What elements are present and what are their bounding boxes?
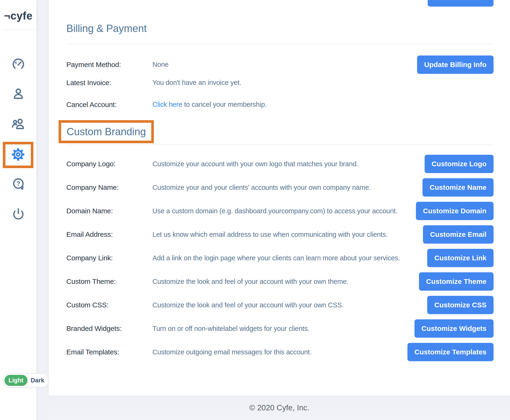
company-link-label: Company Link: (66, 254, 152, 262)
sidebar-divider (2, 30, 35, 30)
cancel-account-text: to cancel your membership. (182, 101, 267, 108)
cancel-account-label: Cancel Account: (66, 101, 152, 109)
theme-toggle: Light Dark (3, 373, 49, 388)
domain-name-label: Domain Name: (66, 207, 152, 215)
cancel-account-value: Click here to cancel your membership. (152, 101, 494, 108)
sidebar-item-profile[interactable] (0, 87, 37, 102)
custom-css-description: Customize the look and feel of your acco… (152, 301, 427, 309)
company-name-description: Customize your and your clients' account… (152, 184, 422, 191)
email-templates-description: Customize outgoing email messages for th… (152, 348, 407, 356)
branded-widgets-description: Turn on or off non-whitelabel widgets fo… (152, 325, 414, 332)
latest-invoice-value: You don't have an invoice yet. (152, 79, 494, 87)
customize-email-button[interactable]: Customize Email (423, 225, 494, 244)
billing-divider (66, 44, 494, 44)
settings-page: ¬cyfe (0, 0, 510, 420)
customize-templates-button[interactable]: Customize Templates (407, 343, 494, 361)
company-name-label: Company Name: (66, 183, 152, 191)
settings-highlight-box[interactable] (3, 142, 33, 168)
settings-card: Billing & Payment Payment Method: None U… (49, 0, 510, 396)
theme-toggle-dark[interactable]: Dark (28, 375, 48, 386)
payment-method-row: Payment Method: None Update Billing Info (66, 55, 494, 74)
domain-name-row: Domain Name: Use a custom domain (e.g. d… (66, 199, 494, 223)
custom-theme-description: Customize the look and feel of your acco… (152, 278, 419, 285)
domain-name-description: Use a custom domain (e.g. dashboard.your… (152, 207, 416, 215)
dashboard-gauge-icon (12, 57, 25, 72)
custom-css-label: Custom CSS: (66, 301, 152, 309)
customize-name-button[interactable]: Customize Name (422, 178, 494, 197)
copyright-text: © 2020 Cyfe, Inc. (249, 403, 309, 412)
payment-method-value: None (152, 61, 417, 68)
power-icon (12, 207, 25, 222)
custom-branding-highlight-box: Custom Branding (59, 120, 154, 143)
company-name-row: Company Name: Customize your and your cl… (66, 176, 494, 199)
users-icon (11, 117, 25, 132)
email-address-row: Email Address: Let us know which email a… (66, 223, 494, 246)
update-billing-info-button[interactable]: Update Billing Info (417, 55, 494, 74)
company-logo-label: Company Logo: (66, 160, 152, 168)
latest-invoice-row: Latest Invoice: You don't have an invoic… (66, 74, 494, 92)
branded-widgets-row: Branded Widgets: Turn on or off non-whit… (66, 317, 494, 340)
custom-theme-row: Custom Theme: Customize the look and fee… (66, 270, 494, 293)
custom-css-row: Custom CSS: Customize the look and feel … (66, 293, 494, 317)
cyfe-logo: ¬cyfe (0, 9, 37, 22)
company-link-row: Company Link: Add a link on the login pa… (66, 246, 494, 270)
branding-divider (66, 145, 494, 145)
sidebar-item-help[interactable]: ? (0, 177, 37, 192)
custom-theme-label: Custom Theme: (66, 278, 152, 285)
cancel-account-row: Cancel Account: Click here to cancel you… (66, 96, 494, 113)
user-icon (12, 87, 25, 102)
sidebar-item-clients[interactable] (0, 117, 37, 132)
customize-theme-button[interactable]: Customize Theme (419, 272, 494, 291)
cancel-membership-link[interactable]: Click here (152, 101, 182, 108)
footer: © 2020 Cyfe, Inc. (49, 396, 510, 420)
customize-logo-button[interactable]: Customize Logo (425, 155, 494, 173)
latest-invoice-label: Latest Invoice: (66, 79, 152, 87)
sidebar-item-dashboards[interactable] (0, 57, 37, 72)
branded-widgets-label: Branded Widgets: (66, 324, 152, 332)
gear-icon (11, 147, 25, 163)
company-logo-row: Company Logo: Customize your account wit… (66, 152, 494, 176)
email-address-label: Email Address: (66, 231, 152, 239)
customize-domain-button[interactable]: Customize Domain (416, 202, 494, 220)
customize-link-button[interactable]: Customize Link (427, 249, 494, 267)
sidebar-item-logout[interactable] (0, 207, 37, 222)
sidebar: ¬cyfe (0, 0, 37, 420)
branding-section-title: Custom Branding (67, 126, 146, 137)
help-icon: ? (12, 177, 25, 192)
customize-widgets-button[interactable]: Customize Widgets (414, 319, 494, 338)
payment-method-label: Payment Method: (66, 61, 152, 69)
theme-toggle-light[interactable]: Light (4, 375, 28, 386)
email-address-description: Let us know which email address to use w… (152, 231, 423, 239)
company-link-description: Add a link on the login page where your … (152, 254, 427, 262)
email-templates-row: Email Templates: Customize outgoing emai… (66, 340, 494, 364)
scrolled-partial-button[interactable] (428, 0, 494, 7)
customize-css-button[interactable]: Customize CSS (427, 296, 494, 314)
email-templates-label: Email Templates: (66, 348, 152, 356)
svg-text:?: ? (16, 180, 20, 187)
company-logo-description: Customize your account with your own log… (152, 160, 425, 168)
